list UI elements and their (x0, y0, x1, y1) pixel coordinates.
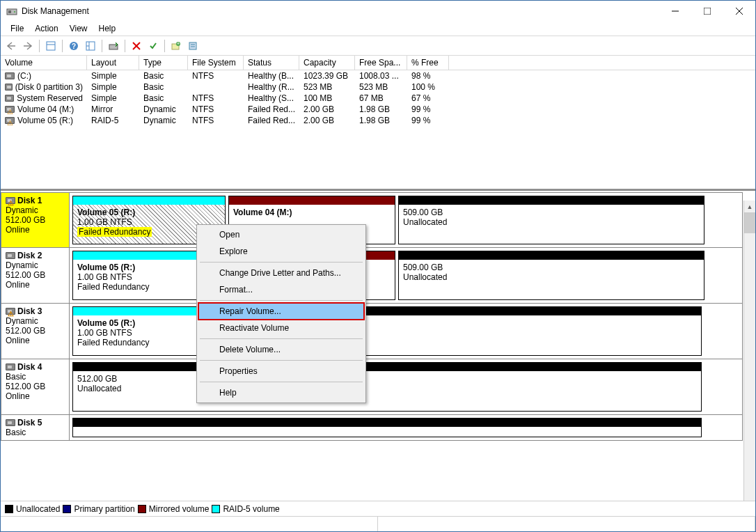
disk-size: 512.00 GB (6, 215, 65, 225)
col-volume[interactable]: Volume (1, 56, 87, 70)
disk-state: Online (6, 225, 65, 235)
forward-button[interactable] (20, 38, 36, 54)
volume-free: 1008.03 ... (355, 70, 407, 81)
settings-icon[interactable] (43, 38, 58, 54)
minimize-button[interactable] (659, 1, 691, 22)
volume-free: 523 MB (355, 81, 407, 93)
col-filesystem[interactable]: File System (188, 56, 244, 70)
disk-label[interactable]: Disk 4Basic512.00 GBOnline (1, 359, 70, 414)
volume-row[interactable]: Volume 04 (M:)MirrorDynamicNTFSFailed Re… (1, 104, 755, 115)
volume-icon (5, 72, 15, 79)
menu-item-explore[interactable]: Explore (198, 243, 364, 260)
partition[interactable] (72, 418, 702, 437)
check-icon[interactable] (145, 38, 161, 54)
disk-size: 512.00 GB (6, 270, 65, 280)
volume-row[interactable]: (Disk 0 partition 3)SimpleBasicHealthy (… (1, 81, 755, 93)
close-button[interactable] (723, 1, 755, 22)
menu-item-reactivate-volume[interactable]: Reactivate Volume (198, 320, 364, 336)
menu-separator (200, 360, 363, 361)
view-layout-icon[interactable] (83, 38, 98, 54)
volume-capacity: 100 MB (299, 93, 355, 104)
back-button[interactable] (3, 38, 19, 54)
maximize-button[interactable] (691, 1, 723, 22)
menu-item-repair-volume[interactable]: Repair Volume... (198, 303, 364, 320)
legend-label: Mirrored volume (149, 504, 210, 514)
partition[interactable]: 512.00 GBUnallocated (72, 362, 702, 412)
volume-row[interactable]: Volume 05 (R:)RAID-5DynamicNTFSFailed Re… (1, 115, 755, 126)
disk-icon (6, 197, 15, 204)
disk-name: Disk 1 (17, 196, 42, 205)
help-icon[interactable]: ? (66, 38, 81, 54)
vertical-scrollbar[interactable]: ▲ (743, 201, 755, 501)
col-layout[interactable]: Layout (87, 56, 139, 70)
disk-kind: Dynamic (6, 260, 65, 270)
legend-swatch (63, 505, 71, 513)
volume-row[interactable]: (C:)SimpleBasicNTFSHealthy (B...1023.39 … (1, 70, 755, 81)
disk-kind: Dynamic (6, 205, 65, 215)
volume-name: Volume 05 (R:) (17, 116, 73, 125)
menu-item-help[interactable]: Help (198, 384, 364, 401)
volume-layout: Simple (87, 81, 139, 93)
col-status[interactable]: Status (244, 56, 299, 70)
menu-item-properties[interactable]: Properties (198, 363, 364, 380)
disk-label[interactable]: Disk 5Basic (1, 415, 70, 440)
disk-label[interactable]: Disk 3Dynamic512.00 GBOnline (1, 304, 70, 359)
partition-stripe (229, 196, 395, 205)
disk-kind: Basic (6, 428, 65, 437)
menu-item-change-drive-letter-and-paths[interactable]: Change Drive Letter and Paths... (198, 265, 364, 281)
menu-separator (200, 338, 363, 339)
menu-file[interactable]: File (5, 22, 29, 35)
col-type[interactable]: Type (139, 56, 188, 70)
volume-row[interactable]: System ReservedSimpleBasicNTFSHealthy (S… (1, 93, 755, 104)
volume-status: Healthy (R... (244, 81, 299, 93)
disk-kind: Dynamic (6, 316, 65, 326)
volume-status: Healthy (S... (244, 93, 299, 104)
disk-name: Disk 4 (17, 362, 42, 372)
volume-type: Basic (139, 93, 188, 104)
disk-label[interactable]: Disk 2Dynamic512.00 GBOnline (1, 248, 70, 303)
delete-icon[interactable] (129, 38, 144, 54)
disk-name: Disk 3 (17, 306, 42, 316)
col-freespace[interactable]: Free Spa... (355, 56, 407, 70)
col-pctfree[interactable]: % Free (407, 56, 449, 70)
menu-item-delete-volume[interactable]: Delete Volume... (198, 341, 364, 358)
menu-separator (200, 262, 363, 263)
disk-graphical-view: Disk 1Dynamic512.00 GBOnlineVolume 05 (R… (1, 189, 755, 501)
create-volume-icon[interactable]: + (168, 38, 184, 54)
volume-name: (C:) (17, 71, 31, 81)
partition[interactable]: 509.00 GBUnallocated (398, 196, 704, 244)
volume-capacity: 2.00 GB (299, 104, 355, 115)
partition[interactable]: 509.00 GBUnallocated (398, 251, 704, 300)
menu-help[interactable]: Help (93, 22, 122, 35)
menu-action[interactable]: Action (29, 22, 63, 35)
menu-item-open[interactable]: Open (198, 226, 364, 243)
disk-name: Disk 2 (17, 251, 42, 260)
disk-row: Disk 3Dynamic512.00 GBOnlineVolume 05 (R… (1, 304, 743, 359)
context-menu: OpenExploreChange Drive Letter and Paths… (196, 224, 366, 403)
action-disk-icon[interactable] (106, 38, 121, 54)
partition-size: 512.00 GB (77, 374, 697, 384)
col-capacity[interactable]: Capacity (299, 56, 355, 70)
disk-label[interactable]: Disk 1Dynamic512.00 GBOnline (1, 193, 70, 247)
volume-capacity: 523 MB (299, 81, 355, 93)
menu-separator (200, 382, 363, 382)
scroll-up-icon[interactable]: ▲ (744, 201, 755, 212)
volume-fs (188, 81, 244, 93)
menu-view[interactable]: View (64, 22, 93, 35)
partition-stripe (399, 251, 704, 260)
partition-size: 509.00 GB (403, 263, 700, 272)
volume-free: 67 MB (355, 93, 407, 104)
statusbar (1, 516, 755, 531)
legend-swatch (212, 505, 220, 513)
menubar: File Action View Help (1, 22, 755, 36)
svg-rect-20 (189, 42, 196, 49)
menu-item-format[interactable]: Format... (198, 281, 364, 298)
window-title: Disk Management (22, 6, 659, 16)
volume-type: Dynamic (139, 115, 188, 126)
svg-rect-4 (704, 8, 711, 15)
app-icon (6, 6, 17, 17)
volume-free: 1.98 GB (355, 104, 407, 115)
legend-swatch (5, 505, 13, 513)
properties-icon[interactable] (185, 38, 200, 54)
legend-label: Unallocated (16, 504, 60, 514)
